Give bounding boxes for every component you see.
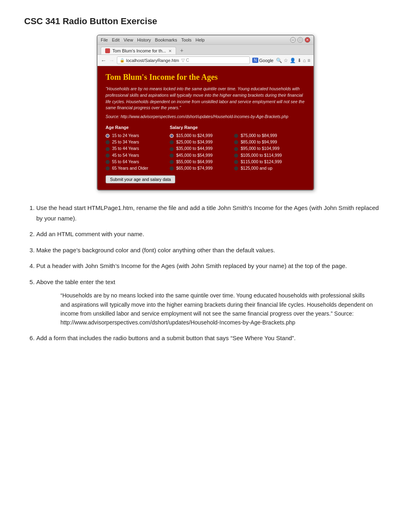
url-bar[interactable]: 🔒 localhost/SalaryRange.htm ▽ C xyxy=(117,56,250,64)
submit-button[interactable]: Submit your age and salary data xyxy=(106,175,175,183)
block-quote-text: “Households are by no means locked into … xyxy=(60,291,375,327)
table-row: 65 Years and Older $65,000 to $74,999 $1… xyxy=(106,165,305,171)
star-icon[interactable]: ☆ xyxy=(284,58,288,63)
salary-radio-1a[interactable] xyxy=(170,134,174,138)
col-header-salary: Salary Range xyxy=(170,124,305,132)
age-radio-2[interactable] xyxy=(106,140,110,144)
table-row: 35 to 44 Years $35,000 to $44,999 $95,00… xyxy=(106,145,305,152)
salary-radio-6a[interactable] xyxy=(170,166,174,170)
salary-radio-1b[interactable] xyxy=(234,134,238,138)
salary-cell-1: $35,000 to $44,999 xyxy=(170,145,234,152)
age-radio-1[interactable] xyxy=(106,134,110,138)
browser-tab-active[interactable]: Tom Blum's Income for th... ✕ xyxy=(101,47,176,54)
web-quote: "Households are by no means locked into … xyxy=(106,86,305,111)
salary-radio-6b[interactable] xyxy=(234,166,238,170)
menu-help[interactable]: Help xyxy=(195,37,205,42)
browser-window: File Edit View History Bookmarks Tools H… xyxy=(97,35,314,191)
age-cell: 15 to 24 Years xyxy=(106,132,170,139)
forward-button[interactable]: → xyxy=(109,57,114,64)
age-cell: 65 Years and Older xyxy=(106,165,170,171)
tab-favicon xyxy=(105,48,110,53)
search-label: Google xyxy=(259,58,273,63)
tab-close-icon[interactable]: ✕ xyxy=(168,49,172,53)
table-row: 15 to 24 Years $15,000 to $24,999 $75,00… xyxy=(106,132,305,139)
web-heading: Tom Blum's Income for the Ages xyxy=(106,73,305,82)
salary-radio-4a[interactable] xyxy=(170,154,174,158)
browser-toolbar-icons: 🔍 ☆ 👤 ⬇ ⌂ ≡ xyxy=(276,58,310,63)
salary-radio-5a[interactable] xyxy=(170,160,174,164)
age-cell: 45 to 54 Years xyxy=(106,152,170,158)
web-source: Source: http://www.advisorperspectives.c… xyxy=(106,114,305,119)
download-icon[interactable]: ⬇ xyxy=(297,58,301,63)
age-radio-5[interactable] xyxy=(106,160,110,164)
salary-radio-2a[interactable] xyxy=(170,140,174,144)
menu-edit[interactable]: Edit xyxy=(112,37,120,42)
menu-tools[interactable]: Tools xyxy=(181,37,192,42)
tab-label: Tom Blum's Income for th... xyxy=(112,48,166,53)
browser-search-box[interactable]: N Google xyxy=(252,58,274,63)
salary-cell-1: $45,000 to $54,999 xyxy=(170,152,234,158)
salary-cell-2: $75,000 to $84,999 xyxy=(234,132,305,139)
instructions-section: Use the head start HTMLPage1.htm, rename… xyxy=(24,203,387,343)
instruction-item-4: Put a header with John Smith’s Income fo… xyxy=(36,261,387,271)
salary-cell-1: $15,000 to $24,999 xyxy=(170,132,234,139)
age-salary-table: Age Range Salary Range 15 to 24 Years $1… xyxy=(106,124,305,171)
browser-titlebar: File Edit View History Bookmarks Tools H… xyxy=(98,35,313,45)
web-page-content: Tom Blum's Income for the Ages "Househol… xyxy=(98,66,313,190)
menu-view[interactable]: View xyxy=(124,37,133,42)
search-engine-icon: N xyxy=(252,58,258,63)
menu-history[interactable]: History xyxy=(137,37,151,42)
salary-cell-1: $55,000 to $64,999 xyxy=(170,158,234,165)
salary-cell-1: $65,000 to $74,999 xyxy=(170,165,234,171)
instruction-item-6: Add a form that includes the radio butto… xyxy=(36,333,387,343)
menu-icon[interactable]: ≡ xyxy=(307,58,310,63)
salary-radio-3a[interactable] xyxy=(170,147,174,151)
url-text: localhost/SalaryRange.htm xyxy=(126,58,179,63)
maximize-button[interactable]: □ xyxy=(297,37,303,43)
salary-cell-2: $125,000 and up xyxy=(234,165,305,171)
browser-window-controls: ─ □ ✕ xyxy=(290,37,310,43)
browser-menu: File Edit View History Bookmarks Tools H… xyxy=(101,37,205,42)
lock-icon: 🔒 xyxy=(120,58,125,62)
instruction-item-3: Make the page’s background color and (fo… xyxy=(36,245,387,256)
salary-cell-2: $105,000 to $114,999 xyxy=(234,152,305,158)
salary-cell-2: $85,000 to $94,999 xyxy=(234,139,305,145)
col-header-age: Age Range xyxy=(106,124,170,132)
salary-radio-4b[interactable] xyxy=(234,154,238,158)
salary-cell-2: $115,000 to $124,999 xyxy=(234,158,305,165)
salary-radio-3b[interactable] xyxy=(234,147,238,151)
table-row: 25 to 34 Years $25,000 to $34,999 $85,00… xyxy=(106,139,305,145)
instruction-item-2: Add an HTML comment with your name. xyxy=(36,229,387,239)
instruction-item-5: Above the table enter the text “Househol… xyxy=(36,277,387,327)
age-radio-6[interactable] xyxy=(106,166,110,170)
salary-radio-5b[interactable] xyxy=(234,160,238,164)
home-icon[interactable]: ⌂ xyxy=(303,58,306,63)
minimize-button[interactable]: ─ xyxy=(290,37,296,43)
age-radio-3[interactable] xyxy=(106,147,110,151)
salary-cell-1: $25,000 to $34,999 xyxy=(170,139,234,145)
instruction-item-1: Use the head start HTMLPage1.htm, rename… xyxy=(36,203,387,223)
back-button[interactable]: ← xyxy=(101,57,106,64)
age-cell: 55 to 64 Years xyxy=(106,158,170,165)
browser-addressbar: ← → 🔒 localhost/SalaryRange.htm ▽ C N Go… xyxy=(98,55,313,66)
table-row: 45 to 54 Years $45,000 to $54,999 $105,0… xyxy=(106,152,305,158)
page-title: CSC 341 Radio Button Exercise xyxy=(24,16,387,27)
age-radio-4[interactable] xyxy=(106,154,110,158)
age-cell: 25 to 34 Years xyxy=(106,139,170,145)
url-refresh: ▽ C xyxy=(181,58,189,63)
menu-file[interactable]: File xyxy=(101,37,108,42)
menu-bookmarks[interactable]: Bookmarks xyxy=(155,37,177,42)
table-row: 55 to 64 Years $55,000 to $64,999 $115,0… xyxy=(106,158,305,165)
age-cell: 35 to 44 Years xyxy=(106,145,170,152)
new-tab-button[interactable]: + xyxy=(178,46,186,54)
search-icon[interactable]: 🔍 xyxy=(276,58,282,63)
salary-cell-2: $95,000 to $104,999 xyxy=(234,145,305,152)
close-button[interactable]: ✕ xyxy=(305,37,310,43)
browser-tab-bar: Tom Blum's Income for th... ✕ + xyxy=(98,45,313,55)
salary-radio-2b[interactable] xyxy=(234,140,238,144)
user-icon[interactable]: 👤 xyxy=(290,58,296,63)
